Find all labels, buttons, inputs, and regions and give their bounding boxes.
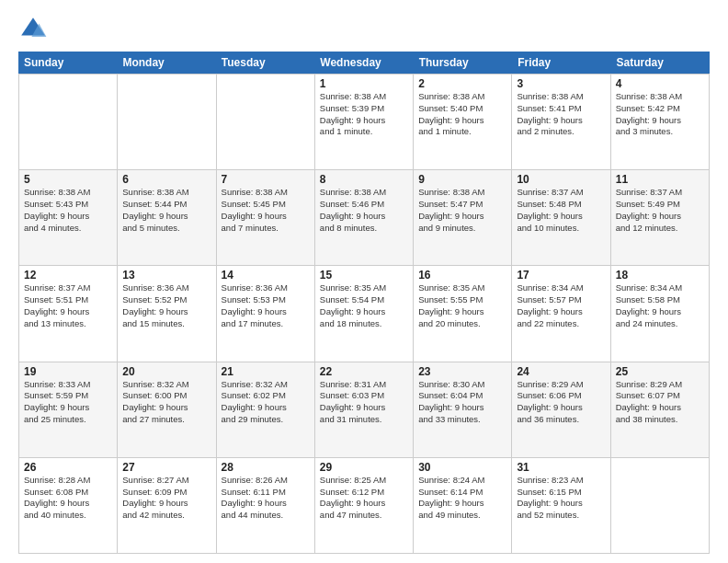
calendar-week: 1Sunrise: 8:38 AM Sunset: 5:39 PM Daylig… bbox=[19, 75, 710, 170]
calendar-cell: 13Sunrise: 8:36 AM Sunset: 5:52 PM Dayli… bbox=[118, 266, 216, 361]
calendar-cell: 29Sunrise: 8:25 AM Sunset: 6:12 PM Dayli… bbox=[315, 458, 414, 553]
day-info: Sunrise: 8:23 AM Sunset: 6:15 PM Dayligh… bbox=[517, 475, 605, 522]
weekday-header: Tuesday bbox=[216, 52, 314, 74]
weekday-header: Wednesday bbox=[314, 52, 413, 74]
day-info: Sunrise: 8:34 AM Sunset: 5:57 PM Dayligh… bbox=[517, 282, 605, 329]
calendar-cell: 15Sunrise: 8:35 AM Sunset: 5:54 PM Dayli… bbox=[315, 266, 414, 361]
day-number: 8 bbox=[320, 173, 408, 186]
day-info: Sunrise: 8:36 AM Sunset: 5:53 PM Dayligh… bbox=[222, 282, 310, 329]
day-number: 18 bbox=[616, 269, 704, 282]
logo-icon bbox=[18, 15, 48, 44]
day-info: Sunrise: 8:31 AM Sunset: 6:03 PM Dayligh… bbox=[320, 379, 408, 426]
calendar: SundayMondayTuesdayWednesdayThursdayFrid… bbox=[18, 52, 710, 554]
day-number: 30 bbox=[418, 461, 506, 474]
day-info: Sunrise: 8:35 AM Sunset: 5:54 PM Dayligh… bbox=[320, 282, 408, 329]
day-number: 26 bbox=[24, 461, 112, 474]
weekday-header: Sunday bbox=[18, 52, 117, 74]
day-info: Sunrise: 8:24 AM Sunset: 6:14 PM Dayligh… bbox=[418, 475, 506, 522]
calendar-cell: 19Sunrise: 8:33 AM Sunset: 5:59 PM Dayli… bbox=[19, 362, 118, 457]
calendar-week: 12Sunrise: 8:37 AM Sunset: 5:51 PM Dayli… bbox=[19, 266, 710, 362]
day-number: 25 bbox=[616, 365, 704, 378]
day-number: 9 bbox=[418, 173, 506, 186]
day-info: Sunrise: 8:38 AM Sunset: 5:41 PM Dayligh… bbox=[517, 91, 605, 138]
day-number: 2 bbox=[418, 77, 506, 90]
calendar-cell: 24Sunrise: 8:29 AM Sunset: 6:06 PM Dayli… bbox=[512, 362, 610, 457]
day-number: 11 bbox=[616, 173, 704, 186]
calendar-cell: 31Sunrise: 8:23 AM Sunset: 6:15 PM Dayli… bbox=[512, 458, 610, 553]
day-number: 4 bbox=[616, 77, 704, 90]
calendar-cell bbox=[118, 75, 216, 169]
day-number: 1 bbox=[320, 77, 408, 90]
header bbox=[18, 15, 710, 44]
day-info: Sunrise: 8:38 AM Sunset: 5:47 PM Dayligh… bbox=[418, 187, 506, 234]
weekday-header: Monday bbox=[117, 52, 215, 74]
day-number: 17 bbox=[517, 269, 605, 282]
day-info: Sunrise: 8:32 AM Sunset: 6:00 PM Dayligh… bbox=[122, 379, 210, 426]
day-number: 10 bbox=[517, 173, 605, 186]
day-info: Sunrise: 8:33 AM Sunset: 5:59 PM Dayligh… bbox=[24, 379, 112, 426]
calendar-cell: 30Sunrise: 8:24 AM Sunset: 6:14 PM Dayli… bbox=[414, 458, 512, 553]
day-number: 19 bbox=[24, 365, 112, 378]
day-info: Sunrise: 8:38 AM Sunset: 5:45 PM Dayligh… bbox=[222, 187, 310, 234]
day-number: 27 bbox=[122, 461, 210, 474]
calendar-cell: 11Sunrise: 8:37 AM Sunset: 5:49 PM Dayli… bbox=[611, 170, 710, 265]
calendar-body: 1Sunrise: 8:38 AM Sunset: 5:39 PM Daylig… bbox=[18, 74, 710, 554]
day-number: 22 bbox=[320, 365, 408, 378]
calendar-cell: 3Sunrise: 8:38 AM Sunset: 5:41 PM Daylig… bbox=[512, 75, 610, 169]
calendar-week: 5Sunrise: 8:38 AM Sunset: 5:43 PM Daylig… bbox=[19, 170, 710, 266]
day-number: 7 bbox=[222, 173, 310, 186]
day-number: 29 bbox=[320, 461, 408, 474]
calendar-cell: 12Sunrise: 8:37 AM Sunset: 5:51 PM Dayli… bbox=[19, 266, 118, 361]
calendar-cell: 18Sunrise: 8:34 AM Sunset: 5:58 PM Dayli… bbox=[611, 266, 710, 361]
day-info: Sunrise: 8:37 AM Sunset: 5:48 PM Dayligh… bbox=[517, 187, 605, 234]
day-number: 13 bbox=[122, 269, 210, 282]
day-info: Sunrise: 8:28 AM Sunset: 6:08 PM Dayligh… bbox=[24, 475, 112, 522]
calendar-cell: 6Sunrise: 8:38 AM Sunset: 5:44 PM Daylig… bbox=[118, 170, 216, 265]
day-number: 16 bbox=[418, 269, 506, 282]
day-info: Sunrise: 8:32 AM Sunset: 6:02 PM Dayligh… bbox=[222, 379, 310, 426]
calendar-cell: 21Sunrise: 8:32 AM Sunset: 6:02 PM Dayli… bbox=[217, 362, 315, 457]
day-number: 5 bbox=[24, 173, 112, 186]
calendar-cell: 8Sunrise: 8:38 AM Sunset: 5:46 PM Daylig… bbox=[315, 170, 414, 265]
day-info: Sunrise: 8:25 AM Sunset: 6:12 PM Dayligh… bbox=[320, 475, 408, 522]
calendar-cell: 27Sunrise: 8:27 AM Sunset: 6:09 PM Dayli… bbox=[118, 458, 216, 553]
calendar-week: 19Sunrise: 8:33 AM Sunset: 5:59 PM Dayli… bbox=[19, 362, 710, 458]
calendar-cell: 2Sunrise: 8:38 AM Sunset: 5:40 PM Daylig… bbox=[414, 75, 512, 169]
day-number: 31 bbox=[517, 461, 605, 474]
calendar-cell: 4Sunrise: 8:38 AM Sunset: 5:42 PM Daylig… bbox=[611, 75, 710, 169]
day-info: Sunrise: 8:38 AM Sunset: 5:40 PM Dayligh… bbox=[418, 91, 506, 138]
weekday-header: Thursday bbox=[414, 52, 512, 74]
day-info: Sunrise: 8:38 AM Sunset: 5:43 PM Dayligh… bbox=[24, 187, 112, 234]
day-number: 21 bbox=[222, 365, 310, 378]
calendar-cell: 25Sunrise: 8:29 AM Sunset: 6:07 PM Dayli… bbox=[611, 362, 710, 457]
logo bbox=[18, 15, 51, 44]
calendar-cell bbox=[611, 458, 710, 553]
day-number: 12 bbox=[24, 269, 112, 282]
day-info: Sunrise: 8:26 AM Sunset: 6:11 PM Dayligh… bbox=[222, 475, 310, 522]
day-info: Sunrise: 8:37 AM Sunset: 5:51 PM Dayligh… bbox=[24, 282, 112, 329]
day-info: Sunrise: 8:29 AM Sunset: 6:07 PM Dayligh… bbox=[616, 379, 704, 426]
calendar-cell: 22Sunrise: 8:31 AM Sunset: 6:03 PM Dayli… bbox=[315, 362, 414, 457]
day-number: 15 bbox=[320, 269, 408, 282]
day-info: Sunrise: 8:29 AM Sunset: 6:06 PM Dayligh… bbox=[517, 379, 605, 426]
day-info: Sunrise: 8:38 AM Sunset: 5:44 PM Dayligh… bbox=[122, 187, 210, 234]
day-info: Sunrise: 8:38 AM Sunset: 5:39 PM Dayligh… bbox=[320, 91, 408, 138]
calendar-cell: 9Sunrise: 8:38 AM Sunset: 5:47 PM Daylig… bbox=[414, 170, 512, 265]
day-info: Sunrise: 8:38 AM Sunset: 5:42 PM Dayligh… bbox=[616, 91, 704, 138]
day-info: Sunrise: 8:36 AM Sunset: 5:52 PM Dayligh… bbox=[122, 282, 210, 329]
calendar-cell: 14Sunrise: 8:36 AM Sunset: 5:53 PM Dayli… bbox=[217, 266, 315, 361]
day-info: Sunrise: 8:38 AM Sunset: 5:46 PM Dayligh… bbox=[320, 187, 408, 234]
day-info: Sunrise: 8:37 AM Sunset: 5:49 PM Dayligh… bbox=[616, 187, 704, 234]
day-number: 20 bbox=[122, 365, 210, 378]
calendar-cell: 5Sunrise: 8:38 AM Sunset: 5:43 PM Daylig… bbox=[19, 170, 118, 265]
weekday-header: Saturday bbox=[611, 52, 710, 74]
day-number: 14 bbox=[222, 269, 310, 282]
calendar-cell bbox=[19, 75, 118, 169]
day-number: 6 bbox=[122, 173, 210, 186]
calendar-cell: 20Sunrise: 8:32 AM Sunset: 6:00 PM Dayli… bbox=[118, 362, 216, 457]
day-info: Sunrise: 8:34 AM Sunset: 5:58 PM Dayligh… bbox=[616, 282, 704, 329]
calendar-header: SundayMondayTuesdayWednesdayThursdayFrid… bbox=[18, 52, 710, 74]
day-info: Sunrise: 8:27 AM Sunset: 6:09 PM Dayligh… bbox=[122, 475, 210, 522]
calendar-cell: 7Sunrise: 8:38 AM Sunset: 5:45 PM Daylig… bbox=[217, 170, 315, 265]
calendar-week: 26Sunrise: 8:28 AM Sunset: 6:08 PM Dayli… bbox=[19, 458, 710, 554]
